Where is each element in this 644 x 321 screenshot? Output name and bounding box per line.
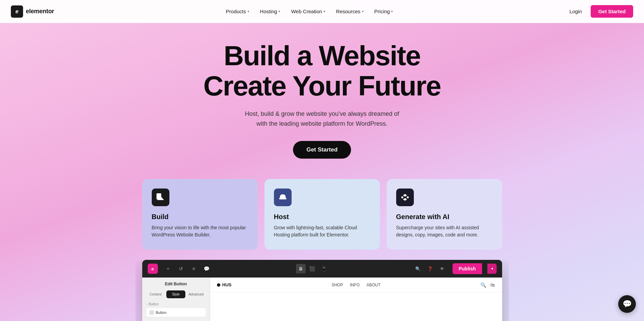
tablet-view-icon[interactable]: ⬛ (308, 264, 317, 273)
feature-card-build: Build Bring your vision to life with the… (142, 179, 258, 250)
editor-canvas: HUS SHOP INFO ABOUT 🔍 🛍 NEW (210, 278, 502, 321)
editor-sidebar-tabs: Content Style Advanced (146, 290, 206, 298)
canvas-topbar: HUS SHOP INFO ABOUT 🔍 🛍 (210, 278, 502, 292)
canvas-nav-shop[interactable]: SHOP (332, 283, 343, 287)
editor-button-item[interactable]: ⬜ Button (146, 308, 206, 317)
navbar: e elementor Products ▾ Hosting ▾ Web Cre… (0, 0, 644, 23)
advanced-tab[interactable]: Advanced (187, 290, 206, 298)
feature-build-desc: Bring your vision to life with the most … (152, 224, 248, 239)
canvas-cart-icon[interactable]: 🛍 (490, 282, 495, 288)
feature-card-ai: Generate with AI Supercharge your sites … (387, 179, 502, 250)
search-icon[interactable]: 🔍 (413, 264, 423, 273)
add-icon[interactable]: ＋ (163, 264, 173, 273)
eye-icon[interactable]: 👁 (438, 264, 447, 273)
editor-preview: e ＋ ↺ ≡ 💬 🖥 ⬛ 📱 🔍 ❓ 👁 (135, 260, 509, 321)
editor-section-label: ↓ Button (146, 302, 206, 306)
nav-get-started-button[interactable]: Get Started (591, 5, 633, 18)
host-icon (274, 189, 292, 206)
editor-sidebar: Edit Button Content Style Advanced ↓ But… (142, 278, 210, 321)
editor-topbar: e ＋ ↺ ≡ 💬 🖥 ⬛ 📱 🔍 ❓ 👁 (142, 260, 502, 278)
logo-text: elementor (26, 8, 54, 15)
build-icon (152, 189, 169, 206)
nav-item-web-creation[interactable]: Web Creation ▾ (286, 6, 330, 17)
desktop-view-icon[interactable]: 🖥 (296, 264, 306, 273)
style-tab[interactable]: Style (166, 290, 185, 298)
chat-bubble-button[interactable]: 💬 (618, 295, 636, 313)
editor-elementor-logo[interactable]: e (148, 264, 158, 274)
canvas-nav: SHOP INFO ABOUT (332, 283, 381, 287)
hero-title: Build a Website Create Your Future (203, 41, 441, 101)
canvas-nav-info[interactable]: INFO (350, 283, 360, 287)
feature-cards: Build Bring your vision to life with the… (135, 179, 509, 250)
hero-cta-button[interactable]: Get Started (293, 141, 351, 159)
feature-host-title: Host (274, 213, 370, 221)
feature-host-desc: Grow with lightning-fast, scalable Cloud… (274, 224, 370, 239)
content-tab[interactable]: Content (146, 290, 165, 298)
editor-toolbar-icons: ＋ ↺ ≡ 💬 (163, 264, 211, 273)
svg-point-3 (407, 196, 409, 198)
svg-point-2 (401, 196, 403, 198)
canvas-actions: 🔍 🛍 (480, 282, 495, 288)
hero-subtitle: Host, build & grow the website you've al… (245, 109, 399, 129)
hero-section: Build a Website Create Your Future Host,… (0, 0, 644, 321)
help-icon[interactable]: ❓ (425, 264, 435, 273)
publish-dropdown-button[interactable]: ▾ (487, 264, 497, 274)
editor-right-icons: 🔍 ❓ 👁 (413, 264, 447, 273)
editor-view-icons: 🖥 ⬛ 📱 (296, 264, 329, 273)
nav-links: Products ▾ Hosting ▾ Web Creation ▾ Reso… (221, 6, 398, 17)
chevron-down-icon: ▾ (362, 10, 364, 13)
chat-icon: 💬 (623, 300, 632, 308)
feature-card-host: Host Grow with lightning-fast, scalable … (264, 179, 380, 250)
login-button[interactable]: Login (565, 6, 587, 17)
canvas-body: NEW (210, 292, 502, 321)
editor-main: Edit Button Content Style Advanced ↓ But… (142, 278, 502, 321)
nav-item-hosting[interactable]: Hosting ▾ (255, 6, 285, 17)
feature-build-title: Build (152, 213, 248, 221)
button-label: Button (156, 310, 167, 315)
nav-logo[interactable]: e elementor (11, 5, 54, 18)
brand-name: HUS (222, 282, 232, 287)
editor-sidebar-title: Edit Button (146, 282, 206, 286)
brand-dot (217, 283, 220, 287)
editor-window: e ＋ ↺ ≡ 💬 🖥 ⬛ 📱 🔍 ❓ 👁 (142, 260, 502, 321)
chevron-down-icon: ▾ (247, 10, 249, 13)
nav-item-pricing[interactable]: Pricing ▾ (370, 6, 398, 17)
chevron-down-icon: ▾ (324, 10, 325, 13)
canvas-nav-about[interactable]: ABOUT (366, 283, 380, 287)
button-icon: ⬜ (149, 310, 154, 315)
comment-icon[interactable]: 💬 (202, 264, 211, 273)
history-icon[interactable]: ≡ (189, 264, 199, 273)
chevron-down-icon: ▾ (278, 10, 280, 13)
undo-icon[interactable]: ↺ (176, 264, 186, 273)
publish-button[interactable]: Publish (453, 263, 482, 274)
feature-ai-desc: Supercharge your sites with AI assisted … (396, 224, 493, 239)
canvas-search-icon[interactable]: 🔍 (480, 282, 486, 288)
canvas-brand: HUS (217, 282, 232, 287)
ai-icon (396, 189, 414, 206)
nav-actions: Login Get Started (565, 5, 633, 18)
chevron-down-icon: ▾ (391, 10, 393, 13)
mobile-view-icon[interactable]: 📱 (319, 264, 329, 273)
nav-item-resources[interactable]: Resources ▾ (331, 6, 368, 17)
logo-icon: e (11, 5, 23, 18)
feature-ai-title: Generate with AI (396, 213, 493, 221)
nav-item-products[interactable]: Products ▾ (221, 6, 254, 17)
